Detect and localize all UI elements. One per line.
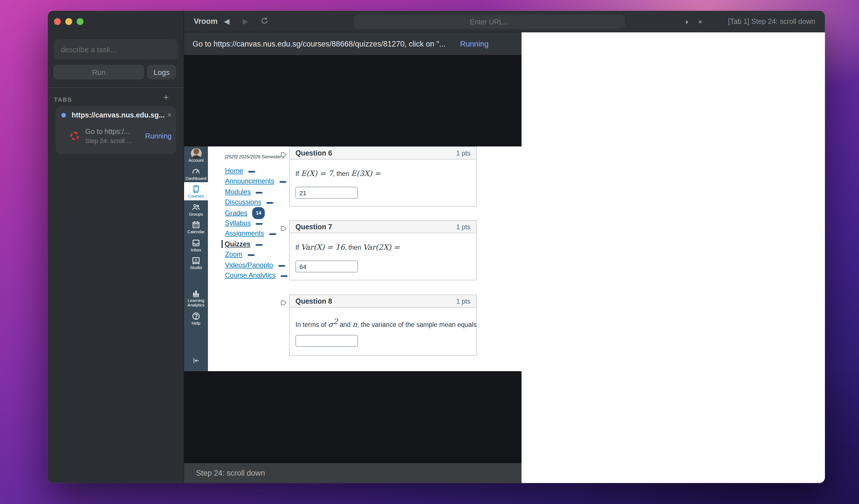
grades-unread-badge xyxy=(281,275,288,277)
add-tab-button[interactable]: + xyxy=(163,93,169,102)
people-icon xyxy=(184,202,208,211)
grades-unread-badge xyxy=(248,171,255,173)
task-header-row: Go to https://canvas.nus.edu.sg/courses/… xyxy=(184,32,522,55)
studio-icon xyxy=(184,255,208,265)
run-button[interactable]: Run xyxy=(54,65,144,79)
grades-unread-badge xyxy=(256,223,263,225)
grades-unread-badge xyxy=(269,234,276,235)
close-tab-icon[interactable]: × xyxy=(167,112,171,119)
global-nav-dashboard[interactable]: Dashboard xyxy=(184,164,208,182)
chart-icon xyxy=(184,288,208,298)
grades-unread-badge xyxy=(256,192,263,193)
question-body: If E(X) = 7, then E(3X) = xyxy=(290,159,476,219)
url-input[interactable] xyxy=(354,15,625,29)
tab-task-status: Running xyxy=(145,132,171,140)
question-points: 1 pts xyxy=(456,223,470,230)
grades-unread-badge xyxy=(279,181,286,183)
question-points: 1 pts xyxy=(456,149,470,156)
collapse-nav-icon[interactable] xyxy=(184,357,208,367)
answer-input[interactable] xyxy=(296,335,358,347)
course-nav-list: Home Announcements Modules Discussions G… xyxy=(225,165,296,280)
course-nav-link[interactable]: Modules xyxy=(225,188,251,196)
question-flag-icon[interactable] xyxy=(281,223,287,233)
course-nav-item: Home xyxy=(225,165,296,176)
book-icon xyxy=(184,184,208,193)
course-nav-link[interactable]: Announcements xyxy=(225,177,274,185)
grades-unread-badge xyxy=(256,244,262,246)
question-flag-icon[interactable] xyxy=(281,297,287,308)
global-nav-learning-analytics[interactable]: Learning Analytics xyxy=(184,286,208,309)
minimize-window-button[interactable] xyxy=(65,18,72,25)
course-nav-link[interactable]: Quizzes xyxy=(221,240,251,248)
gauge-icon xyxy=(184,166,208,176)
app-title: Vroom xyxy=(194,11,217,32)
course-nav: [2520] 2025/2026 Semester 2 Home Announc… xyxy=(225,154,296,280)
gnav-items: Account Dashboard Courses Groups Calenda… xyxy=(184,146,208,327)
question-prompt: In terms of σ2 and n, the variance of th… xyxy=(296,317,477,329)
global-nav-courses[interactable]: Courses xyxy=(184,182,208,200)
reload-icon[interactable] xyxy=(260,16,269,27)
question-title: Question 7 xyxy=(296,223,456,231)
desktop-wallpaper: Run Logs TABS + https://canvas.nus.edu.s… xyxy=(0,0,859,504)
forward-icon[interactable]: ▶ xyxy=(243,11,248,32)
course-nav-item: Grades14 xyxy=(225,207,296,217)
global-nav-groups[interactable]: Groups xyxy=(184,200,208,218)
course-nav-item: Videos/Panopto xyxy=(225,259,296,270)
course-nav-link[interactable]: Videos/Panopto xyxy=(225,261,273,269)
stage: Run Logs TABS + https://canvas.nus.edu.s… xyxy=(0,0,859,504)
question-card: Question 8 1 pts In terms of σ2 and n, t… xyxy=(289,295,477,356)
question-title: Question 6 xyxy=(296,149,456,157)
tab-active-dot xyxy=(61,113,66,117)
main-empty-area xyxy=(522,32,825,483)
inbox-icon xyxy=(184,238,208,247)
global-nav-account[interactable]: Account xyxy=(184,146,208,164)
theme-toggle-icon[interactable]: ◑ xyxy=(684,11,689,32)
tab-task-info: Go to https:/... Step 24: scroll ... xyxy=(85,128,142,144)
question-title: Question 8 xyxy=(296,297,456,305)
browser-tab-card[interactable]: https://canvas.nus.edu.sg... × Go to htt… xyxy=(56,106,176,154)
viewport-letterbox-bottom xyxy=(184,371,522,463)
tab-url-label: https://canvas.nus.edu.sg... xyxy=(72,111,167,119)
grades-unread-badge xyxy=(267,202,273,204)
tab-step-status: [Tab 1] Step 24: scroll down xyxy=(728,11,815,32)
help-icon xyxy=(184,311,208,320)
question-points: 1 pts xyxy=(456,298,470,304)
tab-task-step: Step 24: scroll ... xyxy=(85,137,142,144)
question-body: If Var(X) = 16, then Var(2X) = xyxy=(290,233,476,292)
task-description-input[interactable] xyxy=(54,39,178,60)
global-nav-inbox[interactable]: Inbox xyxy=(184,236,208,254)
course-nav-link[interactable]: Course Analytics xyxy=(225,271,276,279)
viewport-letterbox-top xyxy=(184,55,522,146)
course-nav-item: Modules xyxy=(225,186,296,197)
close-window-button[interactable] xyxy=(54,18,61,25)
course-nav-link[interactable]: Syllabus xyxy=(225,219,251,227)
course-nav-link[interactable]: Home xyxy=(225,167,243,175)
course-nav-item: Discussions xyxy=(225,196,296,207)
answer-input[interactable] xyxy=(296,261,358,272)
global-nav-studio[interactable]: Studio xyxy=(184,254,208,272)
course-nav-link[interactable]: Zoom xyxy=(225,250,242,258)
zoom-window-button[interactable] xyxy=(77,18,84,25)
canvas-page: Account Dashboard Courses Groups Calenda… xyxy=(184,146,522,371)
grades-unread-badge xyxy=(247,254,254,256)
canvas-favicon xyxy=(71,132,79,140)
course-nav-link[interactable]: Assignments xyxy=(225,230,264,238)
course-nav-link[interactable]: Discussions xyxy=(225,198,261,206)
logs-button[interactable]: Logs xyxy=(147,65,176,79)
grades-unread-badge xyxy=(278,265,285,266)
back-icon[interactable]: ◀ xyxy=(224,11,229,32)
answer-input[interactable] xyxy=(296,187,358,199)
agent-step-text: Step 24: scroll down xyxy=(196,469,265,477)
question-flag-icon[interactable] xyxy=(281,149,287,159)
agent-status-dot xyxy=(699,20,702,23)
question-body: In terms of σ2 and n, the variance of th… xyxy=(290,308,476,368)
task-header-status: Running xyxy=(460,40,488,48)
course-nav-link[interactable]: Grades xyxy=(225,209,247,217)
course-nav-item: Zoom xyxy=(225,249,296,259)
task-header-text: Go to https://canvas.nus.edu.sg/courses/… xyxy=(193,40,449,48)
question-card: Question 7 1 pts If Var(X) = 16, then Va… xyxy=(289,220,477,280)
window-controls xyxy=(54,18,84,25)
question-header: Question 8 1 pts xyxy=(290,295,476,308)
global-nav-help[interactable]: Help xyxy=(184,309,208,327)
global-nav-calendar[interactable]: Calendar xyxy=(184,218,208,236)
